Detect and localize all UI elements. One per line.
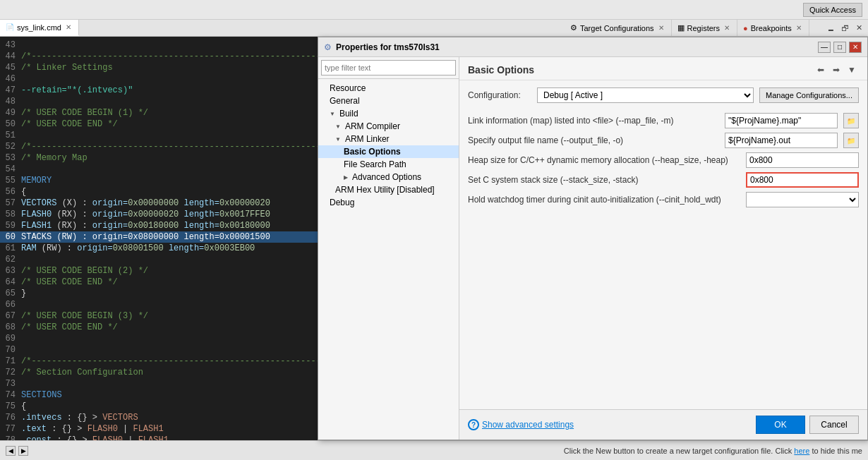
scroll-left-btn[interactable]: ◀ bbox=[6, 446, 16, 456]
close-icon[interactable]: ✕ bbox=[852, 22, 865, 35]
status-scroll: ◀ ▶ bbox=[6, 446, 28, 456]
dialog-titlebar-btns: — □ ✕ bbox=[818, 42, 862, 53]
tree-item[interactable]: General bbox=[318, 95, 459, 107]
registers-tab[interactable]: ▦ Registers ✕ bbox=[672, 20, 737, 36]
tree-item[interactable]: ▼Build bbox=[318, 107, 459, 120]
line-number: 60 bbox=[0, 231, 21, 243]
cancel-button[interactable]: Cancel bbox=[809, 416, 859, 434]
breakpoints-tab[interactable]: ● Breakpoints ✕ bbox=[737, 20, 809, 36]
ok-button[interactable]: OK bbox=[756, 416, 805, 434]
dialog-body: ResourceGeneral▼Build▼ARM Compiler▼ARM L… bbox=[318, 57, 867, 440]
line-number: 66 bbox=[0, 299, 21, 310]
minimize-icon[interactable]: 🗕 bbox=[824, 22, 837, 35]
dialog-titlebar: ⚙ Properties for tms570ls31 — □ ✕ bbox=[318, 37, 867, 57]
line-number: 65 bbox=[0, 288, 21, 299]
tree-item[interactable]: ARM Hex Utility [Disabled] bbox=[318, 183, 459, 196]
tree-item-label: Basic Options bbox=[344, 147, 401, 157]
target-config-close[interactable]: ✕ bbox=[657, 24, 665, 32]
back-btn[interactable]: ⬅ bbox=[814, 63, 828, 77]
scroll-right-btn[interactable]: ▶ bbox=[18, 446, 28, 456]
dialog-footer: ? Show advanced settings OK Cancel bbox=[459, 409, 867, 440]
tree-item[interactable]: Resource bbox=[318, 82, 459, 95]
tree-item[interactable]: ▼ARM Linker bbox=[318, 133, 459, 145]
tree-item-label: Build bbox=[339, 109, 358, 119]
tree-item-label: ARM Compiler bbox=[345, 121, 400, 131]
tree-item-label: Resource bbox=[330, 83, 366, 93]
line-number: 75 bbox=[0, 401, 21, 412]
line-content: /* USER CODE BEGIN (2) */ bbox=[21, 265, 148, 277]
manage-configurations-btn[interactable]: Manage Configurations... bbox=[759, 87, 859, 103]
line-content: --retain="*(.intvecs)" bbox=[21, 85, 133, 96]
breakpoints-close[interactable]: ✕ bbox=[795, 24, 803, 32]
show-advanced-settings-link[interactable]: Show advanced settings bbox=[482, 420, 574, 430]
forward-btn[interactable]: ➡ bbox=[829, 63, 843, 77]
tree-item[interactable]: ▶Advanced Options bbox=[318, 171, 459, 183]
line-number: 45 bbox=[0, 62, 21, 73]
tree-expand-icon: ▶ bbox=[344, 174, 348, 181]
browse-button[interactable]: 📁 bbox=[843, 133, 859, 148]
line-number: 68 bbox=[0, 322, 21, 333]
dialog-title: Properties for tms570ls31 bbox=[336, 42, 814, 52]
line-number: 43 bbox=[0, 40, 21, 51]
line-number: 51 bbox=[0, 130, 21, 141]
target-config-tab[interactable]: ⚙ Target Configurations ✕ bbox=[565, 20, 672, 36]
line-content: { bbox=[21, 186, 26, 198]
line-number: 47 bbox=[0, 85, 21, 96]
form-row: Specify output file name (--output_file,… bbox=[468, 133, 859, 148]
line-number: 50 bbox=[0, 119, 21, 130]
tree-item[interactable]: Basic Options bbox=[318, 145, 459, 158]
maximize-icon[interactable]: 🗗 bbox=[838, 22, 851, 35]
form-input-field[interactable] bbox=[746, 172, 859, 188]
editor-tab-label: sys_link.cmd bbox=[17, 23, 61, 32]
dialog-restore-btn[interactable]: □ bbox=[833, 42, 846, 53]
line-number: 52 bbox=[0, 141, 21, 152]
dropdown-btn[interactable]: ▼ bbox=[845, 63, 859, 77]
line-number: 56 bbox=[0, 186, 21, 198]
browse-button[interactable]: 📁 bbox=[843, 113, 859, 128]
form-field-label: Hold watchdog timer during cinit auto-in… bbox=[468, 195, 740, 205]
line-content: .intvecs : {} > VECTORS bbox=[21, 412, 138, 423]
status-text: Click the New button to create a new tar… bbox=[564, 447, 795, 455]
line-number: 59 bbox=[0, 220, 21, 231]
help-icon: ? bbox=[468, 419, 479, 430]
line-number: 78 bbox=[0, 435, 21, 440]
tree-item[interactable]: ▼ARM Compiler bbox=[318, 120, 459, 133]
right-tab-bar: ⚙ Target Configurations ✕ ▦ Registers ✕ … bbox=[565, 20, 868, 37]
line-number: 46 bbox=[0, 73, 21, 85]
line-number: 49 bbox=[0, 107, 21, 119]
form-field-label: Link information (map) listed into <file… bbox=[468, 116, 719, 126]
filter-input[interactable] bbox=[321, 60, 456, 75]
footer-help[interactable]: ? Show advanced settings bbox=[468, 419, 574, 430]
dialog-minimize-btn[interactable]: — bbox=[818, 42, 831, 53]
line-content: /* Linker Settings bbox=[21, 62, 113, 73]
tree-item[interactable]: Debug bbox=[318, 196, 459, 209]
form-field-label: Heap size for C/C++ dynamic memory alloc… bbox=[468, 155, 740, 165]
form-input-field[interactable] bbox=[725, 133, 838, 148]
line-content: FLASH1 (RX) : origin=0x00180000 length=0… bbox=[21, 220, 270, 231]
registers-close[interactable]: ✕ bbox=[723, 24, 731, 32]
tree-item-label: File Search Path bbox=[344, 159, 406, 169]
line-number: 57 bbox=[0, 198, 21, 209]
editor-tab-close[interactable]: ✕ bbox=[64, 23, 73, 31]
tree-item-label: ARM Linker bbox=[345, 134, 390, 144]
status-link[interactable]: here bbox=[794, 447, 809, 455]
editor-tab[interactable]: 📄 sys_link.cmd ✕ bbox=[0, 20, 79, 36]
form-input-field[interactable] bbox=[746, 152, 859, 168]
line-number: 48 bbox=[0, 96, 21, 107]
content-header: Basic Options ⬅ ➡ ▼ bbox=[459, 57, 867, 80]
line-number: 54 bbox=[0, 164, 21, 175]
form-input-field[interactable] bbox=[725, 113, 838, 128]
line-number: 44 bbox=[0, 51, 21, 62]
config-select[interactable]: Debug [ Active ] bbox=[537, 87, 754, 103]
line-content: /* USER CODE BEGIN (3) */ bbox=[21, 310, 148, 322]
file-icon: 📄 bbox=[6, 23, 14, 31]
quick-access-button[interactable]: Quick Access bbox=[803, 3, 862, 17]
line-content: /*--------------------------------------… bbox=[21, 141, 336, 152]
tree-item[interactable]: File Search Path bbox=[318, 158, 459, 171]
line-number: 73 bbox=[0, 378, 21, 389]
dialog-close-btn[interactable]: ✕ bbox=[849, 42, 862, 53]
form-select-field[interactable] bbox=[746, 192, 859, 207]
line-content: SECTIONS bbox=[21, 389, 62, 401]
registers-icon: ▦ bbox=[677, 23, 685, 32]
line-number: 63 bbox=[0, 265, 21, 277]
